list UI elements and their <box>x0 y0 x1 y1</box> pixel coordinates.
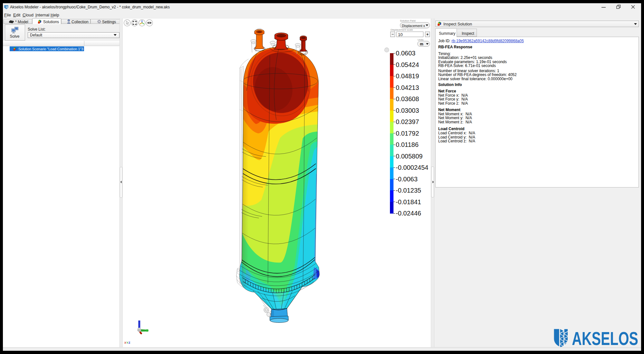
svg-text:AKSELOS: AKSELOS <box>572 329 638 347</box>
